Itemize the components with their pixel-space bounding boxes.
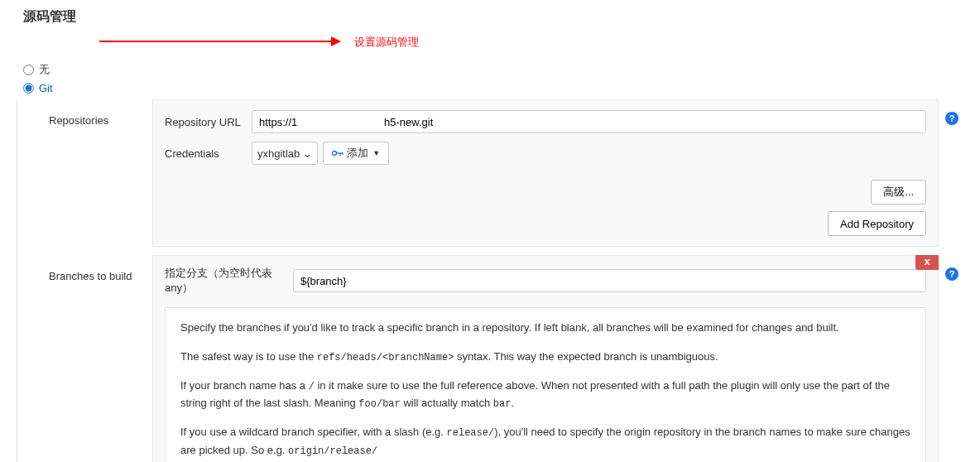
scm-option-git[interactable]: Git xyxy=(23,82,963,94)
branches-row: Branches to build x ? 指定分支（为空时代表any） Spe… xyxy=(24,255,963,462)
branch-help-panel: Specify the branches if you'd like to tr… xyxy=(165,307,926,462)
help-p3: If your branch name has a / in it make s… xyxy=(180,378,910,412)
branches-label: Branches to build xyxy=(24,255,152,462)
key-icon xyxy=(332,149,343,157)
help-p4: If you use a wildcard branch specifier, … xyxy=(180,424,910,459)
branch-field-label: 指定分支（为空时代表any） xyxy=(165,266,293,296)
credentials-select[interactable]: yxhgitlab ⌄ xyxy=(252,142,318,165)
annotation-label: 设置源码管理 xyxy=(354,35,419,50)
close-icon[interactable]: x xyxy=(915,255,939,270)
advanced-button[interactable]: 高级... xyxy=(871,180,926,205)
repositories-row: Repositories ? Repository URL Credential… xyxy=(24,99,963,247)
credentials-label: Credentials xyxy=(165,147,252,160)
help-icon[interactable]: ? xyxy=(945,267,958,281)
branches-panel: x ? 指定分支（为空时代表any） Specify the branches … xyxy=(152,255,939,462)
repositories-label: Repositories xyxy=(24,99,152,247)
help-p2: The safest way is to use the refs/heads/… xyxy=(180,349,910,366)
scm-option-none[interactable]: 无 xyxy=(23,62,963,77)
chevron-down-icon: ⌄ xyxy=(303,147,312,160)
add-cred-label: 添加 xyxy=(347,146,368,161)
branch-input[interactable] xyxy=(293,269,926,292)
svg-point-0 xyxy=(333,152,337,156)
arrow-icon xyxy=(99,41,339,42)
add-repository-button[interactable]: Add Repository xyxy=(828,211,926,236)
chevron-down-icon: ▼ xyxy=(372,149,380,157)
repositories-panel: ? Repository URL Credentials yxhgitlab ⌄ xyxy=(152,99,939,247)
scm-radio-group: 无 Git xyxy=(23,62,963,94)
radio-none[interactable] xyxy=(23,65,34,75)
repo-url-input[interactable] xyxy=(252,110,926,133)
repo-url-label: Repository URL xyxy=(165,116,252,128)
add-credentials-button[interactable]: 添加 ▼ xyxy=(323,142,389,165)
radio-git[interactable] xyxy=(23,83,34,94)
section-title: 源码管理 xyxy=(17,8,963,26)
radio-git-label: Git xyxy=(39,82,53,94)
help-p1: Specify the branches if you'd like to tr… xyxy=(180,320,910,337)
help-icon[interactable]: ? xyxy=(945,112,958,125)
radio-none-label: 无 xyxy=(39,62,50,77)
credentials-value: yxhgitlab xyxy=(257,147,300,160)
annotation-row: 设置源码管理 xyxy=(17,32,963,55)
